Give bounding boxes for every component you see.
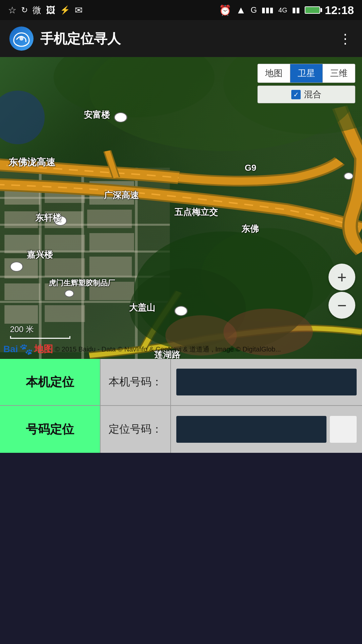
clock-icon: ⏰ <box>219 4 231 16</box>
g-signal-text: G <box>251 5 257 15</box>
svg-point-41 <box>344 173 353 179</box>
bottom-panel: 本机定位 本机号码： 号码定位 定位号码： <box>0 359 362 453</box>
svg-rect-14 <box>4 283 40 300</box>
wifi-icon: ▲ <box>236 4 246 16</box>
map-container[interactable]: 安富楼 东佛泷高速 广深高速 五点梅立交 东佛 东轩楼 嘉兴楼 虎门生辉塑胶制品… <box>0 57 362 359</box>
svg-point-38 <box>10 262 23 271</box>
mixed-label: 混合 <box>304 89 321 100</box>
locate-number-input-area <box>171 406 362 453</box>
number-locate-row: 号码定位 定位号码： <box>0 406 362 453</box>
svg-rect-15 <box>45 283 85 300</box>
baidu-paw-icon: 🐾 <box>19 343 33 356</box>
image-icon: 🖼 <box>46 5 55 16</box>
scale-bar: 200 米 <box>10 324 70 339</box>
star-icon: ☆ <box>8 5 16 16</box>
svg-rect-17 <box>4 305 38 324</box>
app-bar-left: 手机定位寻人 <box>9 26 121 51</box>
mixed-mode-row[interactable]: ✓ 混合 <box>257 86 355 103</box>
sync-icon: ↻ <box>21 5 28 15</box>
weibo-icon: 微 <box>33 4 41 16</box>
map-type-row: 地图 卫星 三维 <box>257 64 355 83</box>
map-type-map-btn[interactable]: 地图 <box>258 64 290 83</box>
svg-rect-9 <box>45 235 85 252</box>
battery-icon <box>305 6 320 14</box>
4g-text: 4G <box>278 6 287 14</box>
time-display: 12:18 <box>325 4 354 17</box>
status-icons-right: ⏰ ▲ G ▮▮▮ 4G ▮▮ 12:18 <box>219 4 354 17</box>
svg-rect-13 <box>89 257 132 277</box>
local-number-input[interactable] <box>176 369 357 395</box>
map-type-satellite-btn[interactable]: 卫星 <box>290 64 323 83</box>
scale-line <box>10 336 70 339</box>
locate-number-input[interactable] <box>176 416 326 443</box>
baidu-watermark: Bai 🐾 地图 © 2015 Baidu - Data © NavInfo &… <box>0 343 362 356</box>
svg-point-37 <box>54 216 66 225</box>
svg-rect-16 <box>89 282 134 300</box>
app-title: 手机定位寻人 <box>40 30 121 48</box>
message-icon: ✉ <box>75 5 82 16</box>
map-type-selector: 地图 卫星 三维 ✓ 混合 <box>257 64 355 103</box>
status-bar: ☆ ↻ 微 🖼 ⚡ ✉ ⏰ ▲ G ▮▮▮ 4G ▮▮ 12:18 <box>0 0 362 20</box>
svg-rect-12 <box>45 258 85 277</box>
local-number-label: 本机号码： <box>101 359 171 405</box>
svg-rect-18 <box>45 305 85 322</box>
svg-point-40 <box>175 306 187 316</box>
status-icons-left: ☆ ↻ 微 🖼 ⚡ ✉ <box>8 4 82 16</box>
baidu-text: Bai <box>3 344 18 355</box>
lte-signal: ▮▮ <box>292 6 300 14</box>
map-type-3d-btn[interactable]: 三维 <box>323 64 355 83</box>
scale-text: 200 米 <box>10 324 34 335</box>
app-bar: 手机定位寻人 ⋮ <box>0 20 362 57</box>
baidu-logo: Bai 🐾 地图 <box>3 343 53 356</box>
svg-point-36 <box>114 113 127 122</box>
menu-button[interactable]: ⋮ <box>339 31 353 46</box>
app-icon <box>9 26 34 51</box>
number-locate-button[interactable]: 号码定位 <box>0 406 101 453</box>
locate-number-confirm-btn[interactable] <box>330 416 357 443</box>
baidu-map-label: 地图 <box>34 343 53 356</box>
local-locate-button[interactable]: 本机定位 <box>0 359 101 405</box>
svg-point-0 <box>19 37 23 41</box>
svg-point-39 <box>65 290 74 297</box>
svg-rect-8 <box>4 235 40 253</box>
zoom-controls: + − <box>328 264 355 319</box>
zoom-in-button[interactable]: + <box>328 264 355 290</box>
local-locate-row: 本机定位 本机号码： <box>0 359 362 406</box>
svg-point-33 <box>0 91 45 144</box>
signal-bars: ▮▮▮ <box>261 6 274 14</box>
zoom-out-button[interactable]: − <box>328 292 355 319</box>
locate-number-label: 定位号码： <box>101 406 171 453</box>
local-number-input-area <box>171 359 362 405</box>
mixed-checkbox[interactable]: ✓ <box>291 90 301 99</box>
svg-rect-10 <box>89 233 134 252</box>
usb-icon: ⚡ <box>60 5 70 15</box>
copyright-text: © 2015 Baidu - Data © NavInfo & CenNavi … <box>55 345 281 354</box>
